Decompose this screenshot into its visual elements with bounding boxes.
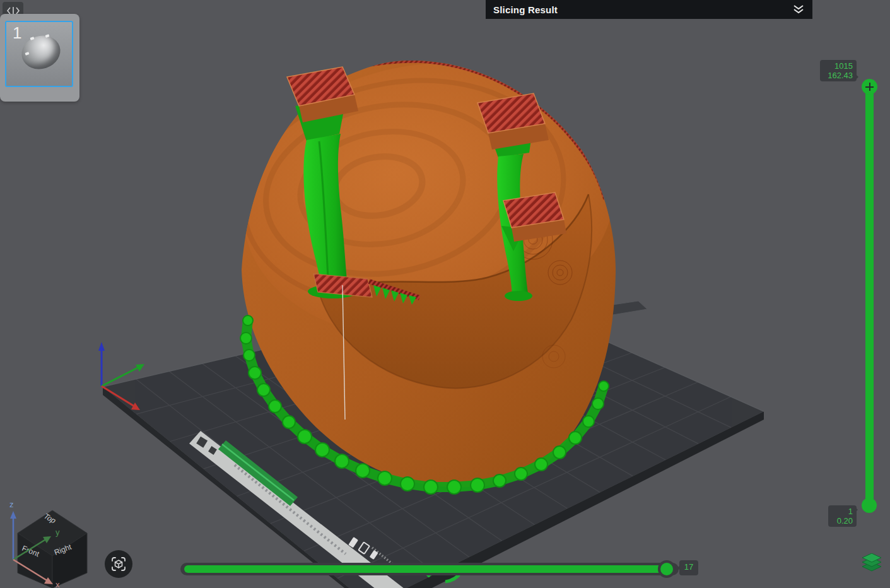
axis-y-label: y (56, 527, 60, 537)
double-chevron-down-icon[interactable] (792, 4, 805, 15)
orientation-cube[interactable]: Top Front Right z y x (0, 492, 107, 588)
plate-thumbnail[interactable]: 1 (5, 21, 73, 87)
layers-view-button[interactable] (862, 553, 882, 575)
layer-slider-bottom-tooltip: 1 0.20 (828, 505, 857, 527)
step-value: 17 (684, 562, 693, 572)
cube-focus-icon (110, 556, 127, 572)
axis-x-label: x (56, 580, 60, 588)
stacked-layers-icon (862, 553, 882, 575)
layer-slider-bottom-handle[interactable] (862, 498, 877, 513)
step-slider-tooltip: 17 (679, 560, 698, 575)
fit-view-button[interactable] (105, 550, 132, 578)
top-layer-value: 1015 (824, 61, 853, 71)
bottom-layer-value: 1 (832, 507, 853, 516)
step-slider-fill (184, 565, 672, 573)
pad-mid-right (503, 192, 566, 242)
plate-thumbnail-model (17, 31, 64, 74)
step-slider-handle[interactable] (658, 560, 676, 578)
axis-z-label: z (9, 500, 14, 509)
layer-slider-top-handle[interactable] (862, 79, 877, 95)
top-layer-height: 162.43 (824, 71, 853, 80)
layer-slider-track[interactable] (865, 86, 874, 505)
plate-card[interactable]: 1 (0, 14, 79, 102)
layer-slider-top-tooltip: 1015 162.43 (820, 60, 857, 81)
slicer-window: Slicing Result 1 1015 162.43 1 (0, 0, 890, 588)
slicing-result-title: Slicing Result (493, 4, 558, 15)
slicing-result-bar[interactable]: Slicing Result (486, 0, 812, 19)
plus-icon (865, 83, 874, 91)
viewport-3d[interactable] (0, 0, 890, 588)
plate-number: 1 (13, 23, 21, 43)
bottom-layer-height: 0.20 (832, 516, 853, 526)
